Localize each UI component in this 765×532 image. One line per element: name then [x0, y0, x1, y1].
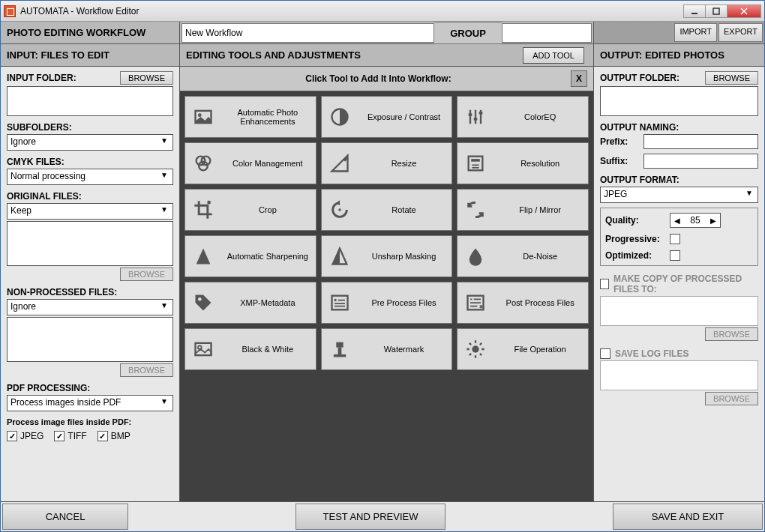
cancel-button[interactable]: CANCEL: [2, 504, 128, 530]
svg-rect-0: [692, 13, 698, 14]
tool-icon: [462, 289, 489, 316]
quality-up[interactable]: ▶: [706, 217, 720, 225]
makecopy-checkbox[interactable]: [600, 279, 609, 289]
tool-icon: [190, 150, 217, 177]
svg-rect-12: [471, 159, 480, 162]
nonproc-label: NON-PROCESSED FILES:: [7, 287, 173, 297]
progressive-checkbox[interactable]: [670, 234, 680, 244]
tool-watermark[interactable]: Watermark: [321, 328, 453, 370]
subfolders-label: SUBFOLDERS:: [7, 122, 173, 133]
tool-label: Exposure / Contrast: [361, 112, 448, 121]
nonproc-dropdown[interactable]: Ignore: [7, 299, 173, 315]
workflow-name-input[interactable]: New Workflow: [182, 23, 434, 43]
quality-down[interactable]: ◀: [670, 217, 684, 225]
group-input[interactable]: [502, 23, 592, 43]
tools-header: EDITING TOOLS AND ADJUSTMENTS: [186, 49, 361, 61]
nonproc-dest-field[interactable]: [7, 317, 173, 362]
tool-coloreq[interactable]: ColorEQ: [457, 96, 589, 138]
add-tool-button[interactable]: ADD TOOL: [523, 47, 584, 64]
savelog-checkbox[interactable]: [600, 348, 610, 359]
tool-icon: [190, 336, 217, 363]
tool-icon: [462, 243, 489, 270]
tool-resolution[interactable]: Resolution: [457, 142, 589, 184]
optimized-checkbox[interactable]: [670, 250, 680, 261]
tool-icon: [326, 336, 353, 363]
cmyk-label: CMYK FILES:: [7, 157, 173, 167]
tool-unsharp-masking[interactable]: Unsharp Masking: [321, 235, 453, 277]
pdf-jpeg-checkbox[interactable]: [7, 431, 17, 441]
quality-value: 85: [684, 215, 706, 226]
close-button[interactable]: [727, 4, 761, 18]
app-icon: [4, 5, 16, 17]
output-folder-field[interactable]: [600, 86, 758, 116]
savelog-label: SAVE LOG FILES: [615, 348, 688, 359]
tool-crop[interactable]: Crop: [184, 189, 316, 231]
svg-rect-15: [332, 296, 347, 310]
suffix-input[interactable]: [644, 154, 758, 169]
minimize-button[interactable]: [683, 4, 706, 18]
titlebar: AUTOMATA - Workflow Editor: [1, 1, 764, 22]
prefix-label: Prefix:: [600, 136, 639, 147]
tool-icon: [326, 196, 353, 223]
tool-icon: [462, 336, 489, 363]
subfolders-dropdown[interactable]: Ignore: [7, 134, 173, 151]
output-folder-browse[interactable]: BROWSE: [705, 71, 758, 85]
tool-label: Post Process Files: [496, 298, 584, 307]
export-button[interactable]: EXPORT: [718, 23, 763, 42]
tool-pre-process-files[interactable]: Pre Process Files: [321, 282, 453, 324]
tool-label: Rotate: [361, 205, 448, 214]
pdf-bmp-checkbox[interactable]: [98, 431, 108, 441]
tool-post-process-files[interactable]: Post Process Files: [457, 282, 589, 324]
svg-rect-7: [479, 112, 483, 115]
tool-label: Watermark: [361, 345, 448, 354]
window-title: AUTOMATA - Workflow Editor: [20, 6, 684, 16]
save-exit-button[interactable]: SAVE AND EXIT: [613, 504, 763, 530]
input-folder-browse[interactable]: BROWSE: [120, 71, 173, 85]
cmyk-dropdown[interactable]: Normal processing: [7, 169, 173, 185]
tools-close-button[interactable]: X: [571, 70, 587, 87]
tool-exposure-contrast[interactable]: Exposure / Contrast: [321, 96, 453, 138]
tool-label: Resize: [361, 159, 448, 168]
svg-rect-1: [713, 8, 719, 14]
maximize-button[interactable]: [705, 4, 728, 18]
pdf-tiff-checkbox[interactable]: [54, 431, 64, 441]
import-button[interactable]: IMPORT: [674, 23, 717, 42]
test-preview-button[interactable]: TEST AND PREVIEW: [296, 504, 446, 530]
tool-color-management[interactable]: Color Management: [184, 142, 316, 184]
tool-rotate[interactable]: Rotate: [321, 189, 453, 231]
tool-label: XMP-Metadata: [224, 298, 311, 307]
output-format-dropdown[interactable]: JPEG: [600, 187, 758, 203]
svg-rect-19: [333, 354, 345, 357]
input-folder-field[interactable]: [7, 86, 173, 116]
original-dropdown[interactable]: Keep: [7, 203, 173, 220]
svg-point-14: [198, 297, 202, 301]
tool-xmp-metadata[interactable]: XMP-Metadata: [184, 282, 316, 324]
tool-flip-mirror[interactable]: Flip / Mirror: [457, 189, 589, 231]
group-label: GROUP: [434, 22, 502, 44]
tool-resize[interactable]: Resize: [321, 142, 453, 184]
suffix-label: Suffix:: [600, 156, 639, 166]
makecopy-label: MAKE COPY OF PROCESSED FILES TO:: [614, 273, 758, 294]
prefix-input[interactable]: [644, 134, 758, 149]
makecopy-field: [600, 296, 758, 326]
tools-panel: Click Tool to Add It Into Workflow: X Au…: [180, 67, 593, 501]
tool-automatic-sharpening[interactable]: Automatic Sharpening: [184, 235, 316, 277]
savelog-field: [600, 360, 758, 390]
tool-icon: [190, 243, 217, 270]
tool-label: De-Noise: [496, 252, 584, 261]
tool-black-white[interactable]: Black & White: [184, 328, 316, 370]
svg-point-10: [199, 162, 208, 171]
tool-label: ColorEQ: [496, 112, 584, 121]
svg-point-21: [472, 345, 479, 352]
tool-automatic-photo-enhancements[interactable]: Automatic Photo Enhancements: [184, 96, 316, 138]
input-header: INPUT: FILES TO EDIT: [1, 44, 180, 66]
tool-de-noise[interactable]: De-Noise: [457, 235, 589, 277]
pdf-dropdown[interactable]: Process images inside PDF: [7, 395, 173, 411]
tool-label: Resolution: [496, 159, 584, 168]
quality-spinner[interactable]: ◀ 85 ▶: [670, 213, 721, 228]
tool-icon: [190, 196, 217, 223]
original-dest-field[interactable]: [7, 221, 173, 266]
tool-file-operation[interactable]: File Operation: [457, 328, 589, 370]
svg-rect-20: [338, 348, 341, 354]
tool-label: File Operation: [496, 345, 584, 354]
